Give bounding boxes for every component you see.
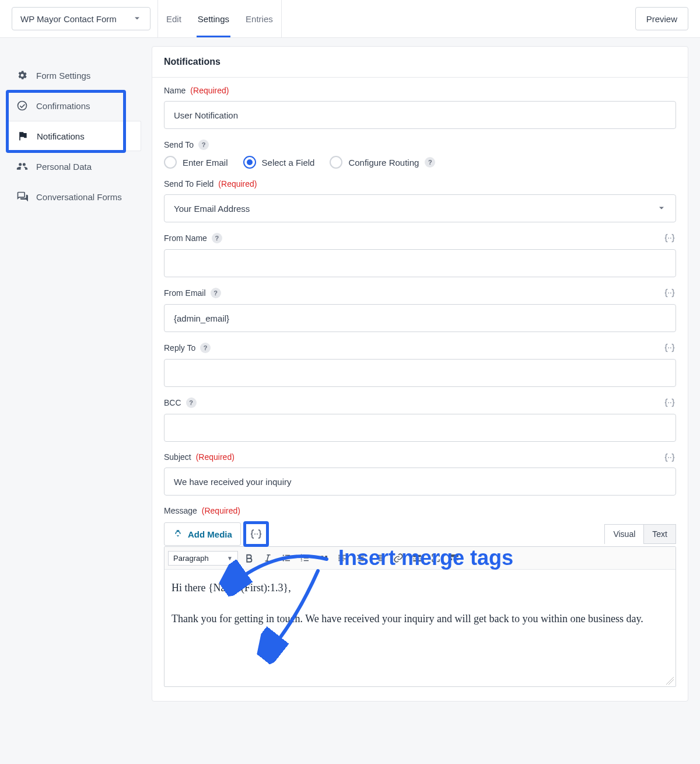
align-center-button[interactable] [354,550,369,566]
blockquote-button[interactable] [316,550,331,566]
editor-toolbar: Paragraph ▼ 123 [164,547,676,570]
sidebar: Form Settings Confirmations Notification… [7,46,141,702]
field-from-name: From Name ? [164,233,676,277]
svg-point-12 [283,554,284,556]
radio-icon [243,156,256,169]
sidebar-item-conversational-forms[interactable]: Conversational Forms [7,182,141,212]
from-email-input[interactable] [164,304,676,332]
reply-to-input[interactable] [164,359,676,387]
preview-button[interactable]: Preview [635,7,688,30]
paragraph-select[interactable]: Paragraph ▼ [168,551,238,566]
subject-label: Subject [164,452,191,462]
link-button[interactable] [391,550,406,566]
message-merge-tag-button[interactable] [243,521,269,547]
editor-tab-text[interactable]: Text [644,524,676,544]
flag-icon [17,130,29,142]
fullscreen-button[interactable] [428,550,443,566]
help-icon[interactable]: ? [212,233,222,243]
radio-select-field[interactable]: Select a Field [243,156,315,169]
bcc-input[interactable] [164,414,676,442]
editor-tab-visual[interactable]: Visual [604,524,644,544]
required-marker: (Required) [202,506,240,515]
bullet-list-button[interactable] [279,550,294,566]
from-email-label: From Email [164,288,206,298]
help-icon[interactable]: ? [425,157,435,168]
radio-icon [330,156,342,169]
from-name-label: From Name [164,233,207,243]
svg-rect-20 [450,554,459,557]
italic-button[interactable] [260,550,275,566]
merge-tag-icon [249,527,263,541]
tab-edit[interactable]: Edit [158,0,190,37]
help-icon[interactable]: ? [186,397,197,408]
align-left-button[interactable] [335,550,350,566]
svg-text:3: 3 [301,559,303,562]
svg-rect-19 [413,560,421,561]
radio-enter-email[interactable]: Enter Email [164,156,228,169]
chevron-down-icon [132,14,142,23]
read-more-button[interactable] [410,550,425,566]
message-label: Message [164,506,197,515]
sidebar-item-form-settings[interactable]: Form Settings [7,60,141,90]
panel-title: Notifications [152,47,688,78]
sidebar-item-notifications[interactable]: Notifications [7,121,141,151]
field-send-to: Send To ? Enter Email Select a Field Con… [164,139,676,169]
field-message: Message (Required) [164,506,676,515]
message-line2: Thank you for getting in touch. We have … [172,610,668,628]
settings-panel: Notifications Name (Required) Send To ? [152,46,688,702]
send-to-label: Send To [164,140,194,149]
sidebar-item-confirmations[interactable]: Confirmations [7,90,141,121]
resize-grip-icon[interactable] [666,676,674,685]
message-toolbar-row: Add Media Visual Text [164,521,676,547]
field-subject: Subject (Required) [164,452,676,496]
tab-entries[interactable]: Entries [237,0,281,37]
merge-tag-button[interactable] [663,232,676,243]
tab-settings[interactable]: Settings [190,0,237,37]
field-send-to-field: Send To Field (Required) Your Email Addr… [164,179,676,222]
field-reply-to: Reply To ? [164,343,676,387]
merge-tag-icon [663,341,676,354]
media-icon [173,529,183,539]
svg-point-2 [668,292,669,294]
sidebar-item-label: Personal Data [36,162,92,172]
message-content[interactable]: Hi there {Name (First):1.3}, Thank you f… [164,570,676,686]
gear-icon [16,69,28,81]
toolbar-toggle-button[interactable] [447,550,462,566]
send-to-field-label: Send To Field [164,179,214,189]
send-to-field-select[interactable]: Your Email Address [164,194,676,222]
svg-point-0 [668,238,669,239]
merge-tag-button[interactable] [663,287,676,298]
merge-tag-button[interactable] [663,341,676,353]
from-name-input[interactable] [164,249,676,277]
chevron-down-icon [657,204,666,213]
name-input[interactable] [164,101,676,129]
bold-button[interactable] [242,550,257,566]
svg-point-8 [668,457,669,458]
check-circle-icon [16,100,28,111]
align-right-button[interactable] [372,550,387,566]
chat-icon [16,191,28,203]
svg-point-10 [254,533,256,535]
add-media-button[interactable]: Add Media [164,522,241,546]
svg-rect-18 [413,555,421,557]
sidebar-item-label: Conversational Forms [36,192,122,202]
merge-tag-button[interactable] [663,451,676,463]
sidebar-item-label: Form Settings [36,71,90,81]
subject-input[interactable] [164,468,676,496]
merge-tag-icon [663,396,676,409]
required-marker: (Required) [196,452,235,462]
help-icon[interactable]: ? [198,139,209,150]
sidebar-item-personal-data[interactable]: Personal Data [7,151,141,182]
help-icon[interactable]: ? [211,288,221,298]
svg-point-5 [670,347,671,348]
help-icon[interactable]: ? [200,343,211,353]
radio-icon [164,156,177,169]
svg-point-3 [670,292,671,294]
field-name: Name (Required) [164,86,676,129]
merge-tag-button[interactable] [663,396,676,408]
radio-configure-routing[interactable]: Configure Routing ? [330,156,435,169]
people-icon [16,161,28,172]
numbered-list-button[interactable]: 123 [298,550,313,566]
form-name: WP Mayor Contact Form [20,14,117,24]
form-selector[interactable]: WP Mayor Contact Form [12,7,150,30]
